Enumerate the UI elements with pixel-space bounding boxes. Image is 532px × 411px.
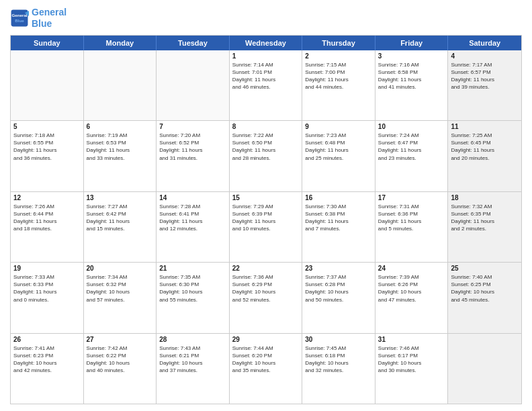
calendar-cell-r1c3: 8Sunrise: 7:22 AM Sunset: 6:50 PM Daylig… [230,121,303,191]
calendar-row-3: 19Sunrise: 7:33 AM Sunset: 6:33 PM Dayli… [11,263,521,333]
cell-info: Sunrise: 7:29 AM Sunset: 6:39 PM Dayligh… [232,203,300,233]
cell-info: Sunrise: 7:25 AM Sunset: 6:45 PM Dayligh… [451,132,519,162]
header-day-saturday: Saturday [448,36,521,50]
day-number: 20 [87,265,154,272]
calendar-cell-r2c4: 16Sunrise: 7:30 AM Sunset: 6:38 PM Dayli… [302,192,375,262]
calendar-cell-r0c6: 4Sunrise: 7:17 AM Sunset: 6:57 PM Daylig… [448,50,521,120]
logo: General Blue General Blue [10,7,66,30]
day-number: 3 [378,52,445,60]
calendar-cell-r0c5: 3Sunrise: 7:16 AM Sunset: 6:58 PM Daylig… [375,50,449,120]
day-number: 12 [13,194,81,201]
calendar-cell-r4c5: 31Sunrise: 7:46 AM Sunset: 6:17 PM Dayli… [375,334,449,404]
calendar-cell-r0c2 [157,50,230,120]
calendar-cell-r3c1: 20Sunrise: 7:34 AM Sunset: 6:32 PM Dayli… [84,263,157,332]
calendar-cell-r3c5: 24Sunrise: 7:39 AM Sunset: 6:26 PM Dayli… [375,263,449,332]
day-number: 26 [13,336,81,343]
cell-info: Sunrise: 7:14 AM Sunset: 7:01 PM Dayligh… [232,61,300,91]
cell-info: Sunrise: 7:30 AM Sunset: 6:38 PM Dayligh… [305,203,372,233]
calendar-cell-r0c4: 2Sunrise: 7:15 AM Sunset: 7:00 PM Daylig… [302,50,375,120]
calendar-row-4: 26Sunrise: 7:41 AM Sunset: 6:23 PM Dayli… [11,334,521,404]
cell-info: Sunrise: 7:34 AM Sunset: 6:32 PM Dayligh… [87,273,154,304]
page: General Blue General Blue SundayMondayTu… [0,0,532,411]
day-number: 31 [378,336,445,343]
calendar-cell-r2c1: 13Sunrise: 7:27 AM Sunset: 6:42 PM Dayli… [84,192,157,262]
day-number: 22 [232,265,300,272]
cell-info: Sunrise: 7:28 AM Sunset: 6:41 PM Dayligh… [159,203,226,233]
calendar-cell-r1c5: 10Sunrise: 7:24 AM Sunset: 6:47 PM Dayli… [375,121,449,191]
cell-info: Sunrise: 7:35 AM Sunset: 6:30 PM Dayligh… [159,273,226,304]
calendar-header: SundayMondayTuesdayWednesdayThursdayFrid… [11,36,521,50]
calendar-row-2: 12Sunrise: 7:26 AM Sunset: 6:44 PM Dayli… [11,192,521,263]
cell-info: Sunrise: 7:43 AM Sunset: 6:21 PM Dayligh… [159,345,226,375]
day-number: 13 [87,194,154,201]
calendar-cell-r2c0: 12Sunrise: 7:26 AM Sunset: 6:44 PM Dayli… [11,192,84,262]
day-number: 17 [378,194,445,201]
cell-info: Sunrise: 7:46 AM Sunset: 6:17 PM Dayligh… [378,345,445,375]
cell-info: Sunrise: 7:16 AM Sunset: 6:58 PM Dayligh… [378,61,445,91]
calendar-cell-r0c0 [11,50,84,120]
logo-text: General Blue [32,7,66,30]
calendar-cell-r4c4: 30Sunrise: 7:45 AM Sunset: 6:18 PM Dayli… [302,334,375,404]
day-number: 16 [305,194,372,201]
cell-info: Sunrise: 7:19 AM Sunset: 6:53 PM Dayligh… [87,132,154,162]
cell-info: Sunrise: 7:44 AM Sunset: 6:20 PM Dayligh… [232,345,300,375]
calendar-cell-r0c3: 1Sunrise: 7:14 AM Sunset: 7:01 PM Daylig… [230,50,303,120]
calendar-cell-r1c1: 6Sunrise: 7:19 AM Sunset: 6:53 PM Daylig… [84,121,157,191]
day-number: 8 [232,123,300,130]
day-number: 24 [378,265,445,272]
calendar-cell-r2c5: 17Sunrise: 7:31 AM Sunset: 6:36 PM Dayli… [375,192,449,262]
cell-info: Sunrise: 7:36 AM Sunset: 6:29 PM Dayligh… [232,273,300,304]
cell-info: Sunrise: 7:20 AM Sunset: 6:52 PM Dayligh… [159,132,226,162]
day-number: 10 [378,123,445,130]
day-number: 21 [159,265,226,272]
calendar-row-1: 5Sunrise: 7:18 AM Sunset: 6:55 PM Daylig… [11,121,521,191]
calendar-cell-r3c4: 23Sunrise: 7:37 AM Sunset: 6:28 PM Dayli… [302,263,375,332]
cell-info: Sunrise: 7:41 AM Sunset: 6:23 PM Dayligh… [13,345,81,375]
cell-info: Sunrise: 7:37 AM Sunset: 6:28 PM Dayligh… [305,273,372,304]
calendar-cell-r1c0: 5Sunrise: 7:18 AM Sunset: 6:55 PM Daylig… [11,121,84,191]
day-number: 23 [305,265,372,272]
day-number: 4 [451,52,519,60]
day-number: 7 [159,123,226,130]
calendar-cell-r4c2: 28Sunrise: 7:43 AM Sunset: 6:21 PM Dayli… [157,334,230,404]
header-day-sunday: Sunday [11,36,84,50]
cell-info: Sunrise: 7:39 AM Sunset: 6:26 PM Dayligh… [378,273,445,304]
cell-info: Sunrise: 7:40 AM Sunset: 6:25 PM Dayligh… [451,273,519,304]
cell-info: Sunrise: 7:22 AM Sunset: 6:50 PM Dayligh… [232,132,300,162]
day-number: 6 [87,123,154,130]
header-day-friday: Friday [375,36,449,50]
cell-info: Sunrise: 7:26 AM Sunset: 6:44 PM Dayligh… [13,203,81,233]
cell-info: Sunrise: 7:33 AM Sunset: 6:33 PM Dayligh… [13,273,81,304]
calendar-cell-r4c3: 29Sunrise: 7:44 AM Sunset: 6:20 PM Dayli… [230,334,303,404]
calendar-cell-r3c6: 25Sunrise: 7:40 AM Sunset: 6:25 PM Dayli… [448,263,521,332]
day-number: 25 [451,265,519,272]
calendar-cell-r2c2: 14Sunrise: 7:28 AM Sunset: 6:41 PM Dayli… [157,192,230,262]
day-number: 30 [305,336,372,343]
svg-text:Blue: Blue [15,18,24,23]
cell-info: Sunrise: 7:27 AM Sunset: 6:42 PM Dayligh… [87,203,154,233]
calendar-body: 1Sunrise: 7:14 AM Sunset: 7:01 PM Daylig… [11,50,521,404]
calendar-cell-r1c4: 9Sunrise: 7:23 AM Sunset: 6:48 PM Daylig… [302,121,375,191]
svg-text:General: General [11,13,27,17]
header-day-tuesday: Tuesday [157,36,230,50]
calendar-cell-r2c3: 15Sunrise: 7:29 AM Sunset: 6:39 PM Dayli… [230,192,303,262]
day-number: 27 [87,336,154,343]
day-number: 14 [159,194,226,201]
calendar-cell-r1c6: 11Sunrise: 7:25 AM Sunset: 6:45 PM Dayli… [448,121,521,191]
calendar-cell-r3c0: 19Sunrise: 7:33 AM Sunset: 6:33 PM Dayli… [11,263,84,332]
header-day-monday: Monday [84,36,157,50]
cell-info: Sunrise: 7:17 AM Sunset: 6:57 PM Dayligh… [451,61,519,91]
header-day-thursday: Thursday [302,36,375,50]
day-number: 5 [13,123,81,130]
day-number: 18 [451,194,519,201]
cell-info: Sunrise: 7:42 AM Sunset: 6:22 PM Dayligh… [87,345,154,375]
header-day-wednesday: Wednesday [230,36,303,50]
day-number: 28 [159,336,226,343]
day-number: 15 [232,194,300,201]
calendar-cell-r4c6 [448,334,521,404]
calendar-cell-r3c2: 21Sunrise: 7:35 AM Sunset: 6:30 PM Dayli… [157,263,230,332]
cell-info: Sunrise: 7:32 AM Sunset: 6:35 PM Dayligh… [451,203,519,233]
day-number: 11 [451,123,519,130]
day-number: 29 [232,336,300,343]
calendar: SundayMondayTuesdayWednesdayThursdayFrid… [10,35,522,404]
